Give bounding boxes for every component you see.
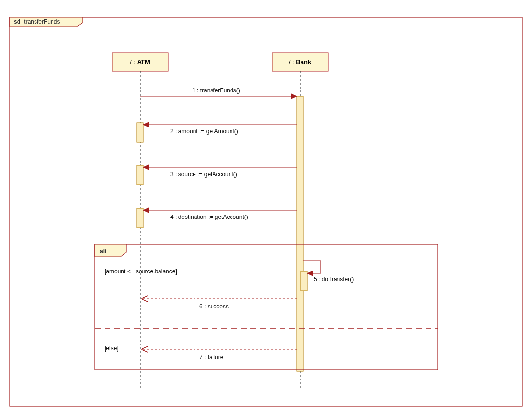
lifeline-bank: / : Bank <box>272 53 328 71</box>
alt-frame <box>95 244 438 370</box>
msg-5-label: 5 : doTransfer() <box>314 276 354 283</box>
msg-4-label: 4 : destination := getAccount() <box>170 214 248 220</box>
atm-activation-3 <box>137 165 143 185</box>
sequence-diagram: sd transferFunds / : / : ATM / : Bank 1 … <box>0 0 532 416</box>
sd-frame <box>10 17 522 406</box>
bank-activation <box>297 96 303 371</box>
msg-2-label: 2 : amount := getAmount() <box>170 128 238 135</box>
sd-name: transferFunds <box>24 18 60 25</box>
msg-3-label: 3 : source := getAccount() <box>170 171 237 178</box>
msg-6-label: 6 : success <box>199 303 229 310</box>
alt-label: alt <box>100 248 106 254</box>
bank-activation-self <box>301 271 307 291</box>
lifeline-atm: / : / : ATM <box>112 53 168 71</box>
svg-text:sd
    transferFunds: sd transferFunds <box>14 18 60 25</box>
alt-guard-2: [else] <box>105 345 119 352</box>
msg-1-label: 1 : transferFunds() <box>192 87 240 94</box>
msg-7-label: 7 : failure <box>199 354 224 361</box>
atm-activation-2 <box>137 123 143 142</box>
svg-text:/ : Bank: / : Bank <box>289 58 312 66</box>
alt-guard-1: [amount <= source.balance] <box>105 268 177 275</box>
sd-prefix: sd <box>14 18 20 25</box>
atm-activation-4 <box>137 208 143 228</box>
lifeline-atm-full: / : ATM <box>130 58 150 66</box>
